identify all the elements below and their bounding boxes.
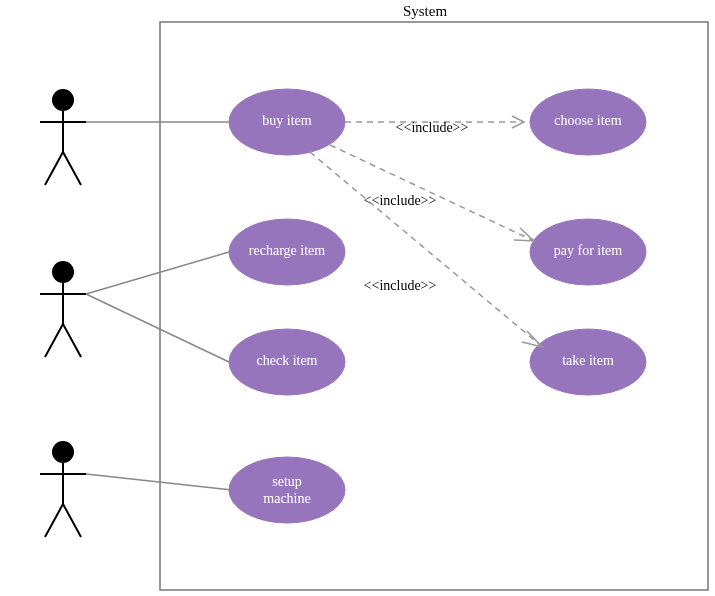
usecase-take-item-label: take item	[562, 353, 614, 368]
include-label-1: <<include>>	[396, 120, 469, 135]
svg-point-5	[52, 261, 74, 283]
svg-line-3	[45, 152, 63, 185]
svg-line-4	[63, 152, 81, 185]
usecase-check-item: check item	[229, 329, 345, 395]
svg-line-14	[63, 504, 81, 537]
svg-line-8	[45, 324, 63, 357]
usecase-choose-item-label: choose item	[554, 113, 621, 128]
assoc-technician-setup	[86, 474, 232, 490]
usecase-setup-machine-label1: setup	[272, 474, 302, 489]
assoc-operator-check	[86, 294, 229, 362]
svg-point-18	[229, 457, 345, 523]
usecase-buy-item-label: buy item	[262, 113, 311, 128]
system-title: System	[403, 3, 448, 19]
usecase-setup-machine: setup machine	[229, 457, 345, 523]
usecase-recharge-item: recharge item	[229, 219, 345, 285]
svg-point-0	[52, 89, 74, 111]
arrow-pay-icon	[514, 228, 534, 241]
usecase-check-item-label: check item	[256, 353, 317, 368]
usecase-take-item: take item	[530, 329, 646, 395]
svg-line-13	[45, 504, 63, 537]
include-label-3: <<include>>	[364, 278, 437, 293]
actor-operator	[40, 261, 86, 357]
svg-point-10	[52, 441, 74, 463]
assoc-operator-recharge	[86, 252, 229, 294]
usecase-pay-for-item-label: pay for item	[554, 243, 623, 258]
actor-technician	[40, 441, 86, 537]
usecase-choose-item: choose item	[530, 89, 646, 155]
usecase-recharge-item-label: recharge item	[249, 243, 325, 258]
usecase-pay-for-item: pay for item	[530, 219, 646, 285]
actor-customer	[40, 89, 86, 185]
usecase-diagram: System buy item recharge item ch	[0, 0, 715, 596]
include-label-2: <<include>>	[364, 193, 437, 208]
svg-line-9	[63, 324, 81, 357]
usecase-buy-item: buy item	[229, 89, 345, 155]
usecase-setup-machine-label2: machine	[263, 491, 310, 506]
